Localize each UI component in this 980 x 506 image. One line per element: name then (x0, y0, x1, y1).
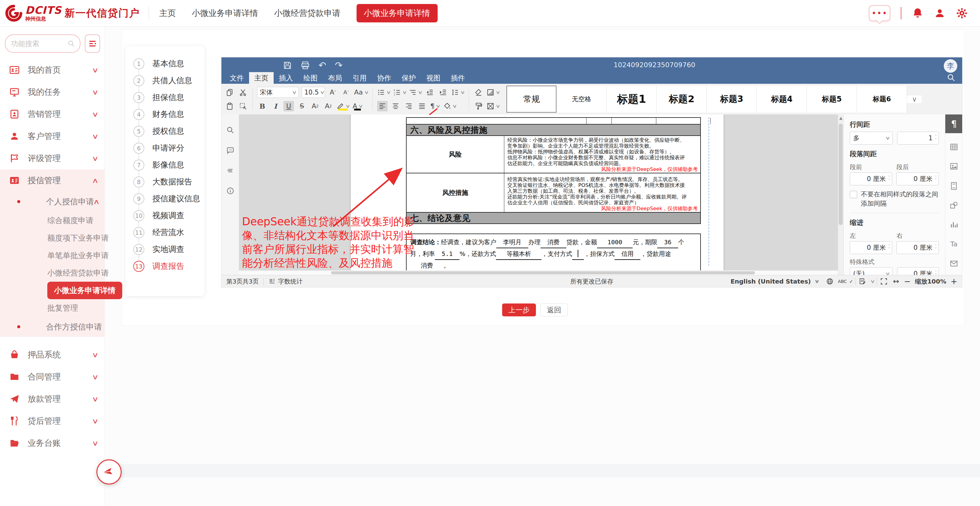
info-icon[interactable] (226, 187, 234, 195)
fill-color-icon[interactable]: ∨ (443, 101, 457, 111)
decrease-indent-icon[interactable] (425, 87, 435, 98)
text-art-tab[interactable]: Ta (945, 236, 963, 252)
strikethrough-icon[interactable]: S (297, 101, 307, 111)
top-nav-tab[interactable]: 小微业务申请详情 (192, 8, 258, 19)
header-footer-tab[interactable] (945, 178, 963, 194)
editor-menu-tab[interactable]: 布局 (323, 72, 347, 84)
cut-icon[interactable] (238, 87, 248, 98)
decrease-font-icon[interactable]: A˅ (341, 87, 352, 98)
paste-icon[interactable] (224, 101, 235, 111)
paragraph-style-option[interactable]: 标题2 (657, 86, 707, 113)
sidebar-menu-item[interactable]: 押品系统 ∨ (0, 344, 104, 366)
clear-format-icon[interactable] (473, 87, 484, 98)
top-nav-tab[interactable]: 主页 (159, 8, 176, 19)
vertical-scroll-thumb[interactable] (839, 124, 843, 225)
editor-menu-tab[interactable]: 插入 (274, 72, 298, 84)
wizard-step[interactable]: 11 经营流水 (125, 224, 205, 241)
sidebar-menu-item[interactable]: 客户管理 ∨ (0, 125, 104, 147)
editor-menu-tab[interactable]: 主页 (249, 72, 274, 84)
wizard-step[interactable]: 10 视频调查 (125, 207, 205, 224)
wizard-step[interactable]: 1 基本信息 (125, 55, 205, 72)
language-select[interactable]: English (United States)∨ (726, 275, 824, 287)
bell-icon[interactable] (912, 7, 923, 19)
sidebar-menu-item[interactable]: 综合额度申请 (0, 212, 104, 229)
sidebar-menu-item[interactable]: 业务台账 ∨ (0, 432, 104, 454)
page-indicator[interactable]: 第3页共3页 (221, 275, 264, 287)
paragraph-mark-icon[interactable]: ¶∨ (430, 101, 441, 111)
paragraph-style-option[interactable]: 常规 (506, 86, 557, 113)
wizard-step[interactable]: 4 财务信息 (125, 106, 205, 123)
user-icon[interactable] (934, 7, 946, 19)
font-size-select[interactable]: 10.5∨ (302, 87, 325, 98)
editor-menu-tab[interactable]: 绘图 (298, 72, 323, 84)
change-case-icon[interactable]: Aa∨ (354, 87, 368, 98)
line-spacing-icon[interactable]: ∨ (451, 87, 465, 98)
select-icon[interactable] (238, 101, 248, 111)
sidebar-menu-item[interactable]: 小微经营贷款申请 (0, 264, 104, 282)
wizard-step[interactable]: 3 担保信息 (125, 89, 205, 106)
copy-icon[interactable] (224, 87, 235, 98)
fit-page-icon[interactable] (880, 278, 888, 285)
increase-font-icon[interactable]: A˄ (328, 87, 338, 98)
word-count-button[interactable]: 字数统计 (264, 275, 307, 287)
sidebar-menu-item[interactable]: 额度项下业务申请 (0, 229, 104, 247)
floating-send-button[interactable] (96, 459, 122, 484)
justify-icon[interactable] (417, 101, 427, 111)
style-gallery-expand-icon[interactable]: ∨ (907, 95, 922, 103)
sidebar-menu-item[interactable]: 我的首页 ∨ (0, 59, 104, 81)
fit-width-icon[interactable]: ↔ (893, 277, 899, 286)
top-nav-tab[interactable]: 小微业务申请详情 (356, 4, 438, 22)
spacing-after-stepper[interactable]: 0 厘米˄˅ (896, 173, 939, 186)
wizard-step[interactable]: 6 申请评分 (125, 140, 205, 157)
line-spacing-value-stepper[interactable]: 1˄˅ (897, 132, 939, 144)
top-nav-tab[interactable]: 小微经营贷款申请 (274, 8, 340, 19)
align-left-icon[interactable] (377, 101, 388, 111)
sidebar-menu-item[interactable]: 单笔单批业务申请 (0, 247, 104, 264)
underline-icon[interactable]: U (283, 101, 294, 111)
sidebar-menu-item[interactable]: 营销管理 ∨ (0, 103, 104, 125)
bold-icon[interactable]: B (257, 101, 267, 111)
multilevel-list-icon[interactable]: ∨ (409, 87, 422, 98)
align-right-icon[interactable] (404, 101, 414, 111)
spacing-before-stepper[interactable]: 0 厘米˄˅ (850, 173, 892, 186)
menu-collapse-button[interactable] (85, 34, 100, 53)
editor-menu-tab[interactable]: 保护 (396, 72, 421, 84)
sidebar-menu-item[interactable]: 批复管理 (0, 299, 104, 317)
font-name-select[interactable]: 宋体∨ (257, 87, 299, 98)
save-icon[interactable] (283, 61, 292, 70)
zoom-level[interactable]: 缩放100% (913, 275, 948, 287)
sidebar-menu-item[interactable]: 合同管理 ∨ (0, 366, 104, 388)
shading-icon[interactable]: ∨ (487, 87, 500, 98)
more-actions-button[interactable]: ••• (869, 5, 890, 21)
spellcheck-button[interactable]: ABC✓ (836, 275, 855, 287)
format-painter-icon[interactable] (473, 101, 484, 111)
previous-step-button[interactable]: 上一步 (502, 303, 536, 316)
redo-icon[interactable]: ↷ (335, 60, 342, 71)
wizard-step[interactable]: 13 调查报告 (125, 258, 205, 274)
highlight-icon[interactable]: ∨ (336, 101, 350, 111)
superscript-icon[interactable]: A2 (310, 101, 320, 111)
sidebar-menu-item[interactable]: 个人授信申请 ∧ (0, 192, 104, 212)
wizard-step[interactable]: 5 授权信息 (125, 123, 205, 140)
special-format-select[interactable]: (无)∨ (850, 267, 893, 275)
wizard-step[interactable]: 8 大数据报告 (125, 173, 205, 190)
headings-nav-icon[interactable] (226, 167, 234, 174)
editor-menu-tab[interactable]: 插件 (445, 72, 470, 84)
back-button[interactable]: 返回 (540, 303, 568, 316)
zoom-out-icon[interactable]: − (904, 277, 911, 286)
editor-menu-tab[interactable]: 协作 (372, 72, 396, 84)
increase-indent-icon[interactable] (438, 87, 449, 98)
numbered-list-icon[interactable]: ∨ (393, 87, 406, 98)
same-style-checkbox[interactable] (850, 191, 857, 198)
borders-icon[interactable]: ∨ (487, 101, 500, 111)
wizard-step[interactable]: 12 实地调查 (125, 241, 205, 258)
italic-icon[interactable]: I (270, 101, 281, 111)
sidebar-menu-item[interactable]: 贷后管理 ∨ (0, 410, 104, 432)
paragraph-style-option[interactable]: 标题1 (606, 86, 657, 113)
mail-merge-tab[interactable] (945, 255, 963, 272)
find-icon[interactable] (226, 126, 234, 134)
wizard-step[interactable]: 9 授信建议信息 (125, 190, 205, 207)
gear-icon[interactable] (956, 7, 968, 19)
editor-menu-tab[interactable]: 视图 (421, 72, 445, 84)
table-settings-tab[interactable] (945, 139, 963, 155)
